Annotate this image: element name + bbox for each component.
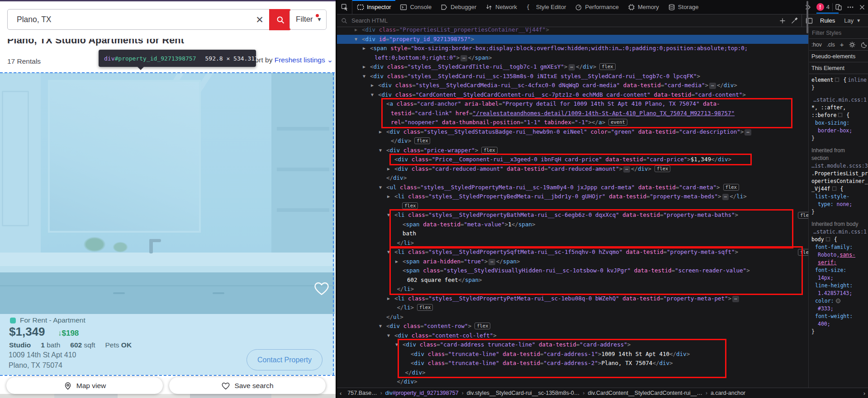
expand-arrow-icon[interactable]: ▼ bbox=[395, 340, 398, 350]
listing-photo[interactable] bbox=[0, 73, 335, 314]
breadcrumb-item[interactable]: div.styles__StyledCard-rui__sc-1358m8s-0… bbox=[464, 390, 583, 396]
expand-arrow-icon[interactable]: ▼ bbox=[363, 72, 365, 81]
markup-row[interactable]: ▶<div class="card-reduced-amount" data-t… bbox=[337, 164, 808, 174]
flex-badge[interactable]: fle bbox=[798, 249, 809, 256]
flex-badge[interactable]: flex bbox=[417, 304, 433, 311]
clear-search-icon[interactable]: ✕ bbox=[254, 14, 266, 26]
markup-row[interactable]: <a class="card-anchor" aria-label="Prope… bbox=[337, 99, 808, 109]
expand-arrow-icon[interactable]: ▶ bbox=[387, 164, 390, 174]
expand-arrow-icon[interactable]: ▶ bbox=[363, 44, 365, 53]
expand-arrow-icon[interactable]: ▼ bbox=[355, 35, 357, 44]
markup-row[interactable]: ▶<div class="styles__StyledCardMedia-rui… bbox=[337, 81, 808, 90]
inline-expander[interactable]: ⋯ bbox=[745, 129, 751, 136]
save-search-button[interactable]: Save search bbox=[169, 377, 326, 394]
inline-expander[interactable]: ⋯ bbox=[732, 296, 739, 302]
rule-line[interactable]: *, ::after, bbox=[809, 104, 868, 112]
devtools-tab-debugger[interactable]: Debugger bbox=[436, 0, 481, 14]
light-mode-sim-icon[interactable] bbox=[849, 41, 856, 48]
rule-line[interactable]: type: none; bbox=[809, 201, 868, 208]
dark-mode-sim-icon[interactable] bbox=[861, 41, 868, 48]
rule-line[interactable]: box-sizing: bbox=[809, 119, 868, 127]
markup-row[interactable]: <div class="truncate-line" data-testid="… bbox=[337, 350, 808, 359]
html-search-bar[interactable]: Search HTML bbox=[337, 14, 802, 27]
markup-row[interactable]: </div> bbox=[337, 173, 808, 183]
markup-row[interactable]: ▼<li class="styles__StyledPropertySqftMe… bbox=[337, 248, 808, 257]
expand-arrow-icon[interactable]: ▼ bbox=[387, 331, 390, 341]
pseudo-elements-header[interactable]: Pseudo-elements bbox=[809, 51, 868, 62]
breadcrumb-scroll-right-icon[interactable]: › bbox=[861, 390, 868, 397]
inline-expander[interactable]: ⋯ bbox=[709, 83, 716, 89]
rule-line[interactable]: #333; bbox=[809, 305, 868, 313]
markup-row[interactable]: ▼<div class="card-address truncate-line"… bbox=[337, 340, 808, 350]
expand-arrow-icon[interactable]: ▼ bbox=[387, 211, 390, 220]
breadcrumb-item[interactable]: a.card-anchor bbox=[707, 390, 749, 396]
rule-line[interactable]: 400; bbox=[809, 320, 868, 328]
devtools-tab-network[interactable]: Network bbox=[481, 0, 522, 14]
breadcrumb-item[interactable]: div#property_id_9271398757 bbox=[382, 390, 462, 396]
markup-row[interactable]: ▼<div class="content-col-left"> bbox=[337, 331, 808, 341]
markup-row[interactable]: </div>flex bbox=[337, 136, 808, 146]
rule-line[interactable]: …ist.module.scss:3 bbox=[809, 162, 868, 170]
flex-badge[interactable]: flex bbox=[655, 165, 670, 172]
markup-row[interactable]: rel="noopener" data-thumbnail-position="… bbox=[337, 118, 808, 127]
pick-element-button[interactable] bbox=[337, 0, 352, 14]
inline-expander[interactable]: ⋯ bbox=[623, 166, 630, 173]
rule-line[interactable]: section bbox=[809, 155, 868, 162]
eyedropper-button[interactable] bbox=[791, 17, 798, 24]
markup-row[interactable]: ▼<div class="price-wrapper">flex bbox=[337, 146, 808, 155]
rule-line[interactable]: …static.min.css:1 bbox=[809, 228, 868, 236]
rule-line[interactable]: opertiesContainer_ bbox=[809, 178, 868, 185]
markup-row[interactable]: </div> bbox=[337, 377, 808, 387]
rule-line[interactable]: } bbox=[809, 84, 868, 92]
rule-line[interactable]: border-box; bbox=[809, 127, 868, 135]
devtools-menu-button[interactable] bbox=[844, 0, 856, 14]
tab-layout[interactable]: Lay bbox=[844, 17, 854, 24]
expand-arrow-icon[interactable]: ▶ bbox=[395, 257, 398, 267]
flex-badge[interactable]: flex bbox=[414, 137, 430, 144]
markup-row[interactable]: ▶<span style="box-sizing:border-box;disp… bbox=[337, 44, 808, 53]
rule-line[interactable]: color: bbox=[809, 297, 868, 305]
responsive-mode-button[interactable] bbox=[833, 0, 844, 14]
expand-arrow-icon[interactable]: ▶ bbox=[355, 27, 357, 35]
devtools-tab-style-editor[interactable]: { }Style Editor bbox=[522, 0, 570, 14]
inline-expander[interactable]: ⋯ bbox=[489, 259, 495, 265]
flex-badge[interactable]: flex bbox=[798, 212, 809, 219]
create-node-button[interactable] bbox=[779, 17, 786, 24]
rule-line[interactable]: } bbox=[809, 208, 868, 216]
markup-row[interactable]: <div class="truncate-line" data-testid="… bbox=[337, 359, 808, 368]
markup-row[interactable]: ▶<span aria-hidden="true">⋯</span> bbox=[337, 257, 808, 267]
rule-line[interactable]: …static.min.css:1 bbox=[809, 96, 868, 104]
markup-row[interactable]: ▼<div class="content-row">flex bbox=[337, 322, 808, 331]
close-devtools-button[interactable] bbox=[856, 0, 868, 14]
markup-row[interactable]: ▶<li class="styles__StyledPropertyPetMet… bbox=[337, 294, 808, 304]
rule-line[interactable]: } bbox=[809, 328, 868, 336]
rule-line[interactable]: body { bbox=[809, 236, 868, 243]
rule-line[interactable]: Inherited from bbox=[809, 147, 868, 155]
expand-arrow-icon[interactable]: ▼ bbox=[387, 248, 390, 257]
rule-line[interactable]: font-size: bbox=[809, 267, 868, 274]
markup-row[interactable]: </div> bbox=[337, 368, 808, 378]
contact-property-button[interactable]: Contact Property bbox=[247, 349, 323, 370]
markup-row[interactable]: ▶<div class="styles__StyledStatusBadge-r… bbox=[337, 127, 808, 137]
rule-line[interactable]: ::before { bbox=[809, 112, 868, 119]
flex-badge[interactable]: flex bbox=[474, 323, 490, 329]
rule-line[interactable]: line-height: bbox=[809, 282, 868, 290]
expand-arrow-icon[interactable]: ▶ bbox=[387, 294, 390, 304]
flex-badge[interactable]: flex bbox=[481, 147, 497, 154]
markup-row[interactable]: </li>flex bbox=[337, 303, 808, 313]
expand-arrow-icon[interactable]: ▼ bbox=[379, 322, 382, 331]
expand-arrow-icon[interactable]: ▶ bbox=[379, 127, 382, 137]
rule-line[interactable]: font-weight: bbox=[809, 313, 868, 320]
devtools-tab-console[interactable]: Console bbox=[395, 0, 436, 14]
class-panel-button[interactable]: .cls bbox=[827, 42, 835, 48]
tab-rules[interactable]: Rules bbox=[819, 15, 836, 26]
breadcrumb-scroll-left-icon[interactable]: ‹ bbox=[337, 390, 344, 397]
markup-row[interactable]: ▼<ul class="styles__StyledPropertyMeta-r… bbox=[337, 183, 808, 192]
markup-row[interactable]: ▼<div class="CardContent__StyledCardCont… bbox=[337, 90, 808, 100]
markup-row[interactable]: <div class="Price__Component-rui__x3geed… bbox=[337, 155, 808, 164]
rule-line[interactable]: 1.42857143; bbox=[809, 290, 868, 297]
inline-expander[interactable]: ⋯ bbox=[460, 55, 467, 61]
markup-row[interactable]: left:0;bottom:0;right:0">⋯</span> bbox=[337, 53, 808, 63]
flex-badge[interactable]: flex bbox=[599, 63, 615, 70]
markup-row[interactable]: flex bbox=[337, 201, 808, 211]
